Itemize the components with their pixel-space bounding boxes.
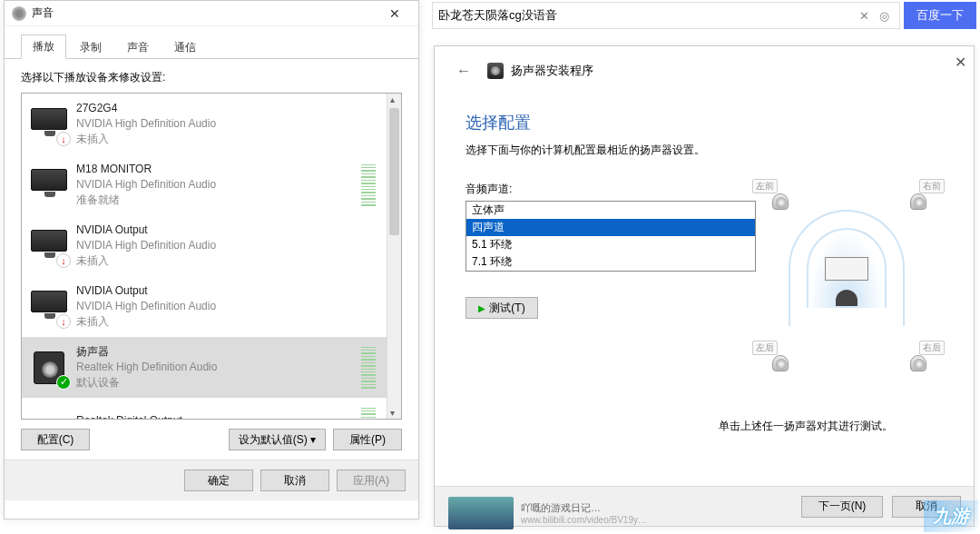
speaker-icon: ✓ xyxy=(29,348,69,388)
speaker-rear-right[interactable] xyxy=(910,355,926,371)
device-status: 准备就绪 xyxy=(76,193,361,208)
level-meter-icon xyxy=(361,164,376,206)
device-status: 默认设备 xyxy=(76,375,361,391)
clear-icon[interactable]: ✕ xyxy=(854,9,874,23)
config-heading: 选择配置 xyxy=(466,112,943,134)
next-button[interactable]: 下一页(N) xyxy=(801,496,883,518)
monitor-icon xyxy=(29,165,69,205)
search-result-fragment[interactable]: 吖嘅的游戏日记… www.bilibili.com/video/BV19y… xyxy=(448,494,647,532)
video-thumbnail[interactable] xyxy=(448,497,514,529)
search-input[interactable] xyxy=(438,9,854,23)
desk-icon xyxy=(825,257,868,281)
device-driver: NVIDIA High Definition Audio xyxy=(76,299,379,314)
device-name: M18 MONITOR xyxy=(76,162,361,177)
device-name: NVIDIA Output xyxy=(76,283,379,299)
monitor-icon: ↓ xyxy=(29,104,69,144)
speaker-setup-dialog: ✕ ← 扬声器安装程序 选择配置 选择下面与你的计算机配置最相近的扬声器设置。 … xyxy=(434,45,975,527)
unplugged-badge-icon: ↓ xyxy=(56,314,71,329)
device-item[interactable]: ✓扬声器Realtek High Definition Audio默认设备 xyxy=(22,337,387,398)
monitor-icon: ↓ xyxy=(29,287,69,327)
tabstrip: 播放 录制 声音 通信 xyxy=(5,26,418,59)
tab-communications[interactable]: 通信 xyxy=(162,35,208,59)
device-item[interactable]: ↓NVIDIA OutputNVIDIA High Definition Aud… xyxy=(22,276,387,337)
config-description: 选择下面与你的计算机配置最相近的扬声器设置。 xyxy=(466,143,943,158)
dialog-footer: 确定 取消 应用(A) xyxy=(5,460,418,500)
device-driver: NVIDIA High Definition Audio xyxy=(76,177,361,193)
speaker-rear-left[interactable] xyxy=(772,355,789,371)
channel-option[interactable]: 5.1 环绕 xyxy=(466,236,755,253)
channel-list[interactable]: 立体声四声道5.1 环绕7.1 环绕 xyxy=(466,201,756,272)
result-url: www.bilibili.com/video/BV19y… xyxy=(521,515,647,525)
device-name: 扬声器 xyxy=(76,344,361,360)
cancel-button[interactable]: 取消 xyxy=(260,470,329,491)
speaker-front-left[interactable] xyxy=(772,193,789,210)
tag-rear-right: 右后 xyxy=(919,341,945,355)
device-status: 未插入 xyxy=(76,132,379,147)
device-name: NVIDIA Output xyxy=(76,222,379,238)
wizard-title: 扬声器安装程序 xyxy=(511,63,593,79)
instruction-text: 选择以下播放设备来修改设置: xyxy=(21,70,402,85)
tab-recording[interactable]: 录制 xyxy=(68,35,113,59)
unplugged-badge-icon: ↓ xyxy=(56,132,71,146)
back-icon[interactable]: ← xyxy=(456,63,471,79)
tab-playback[interactable]: 播放 xyxy=(21,35,66,59)
tag-front-left: 左前 xyxy=(752,179,778,193)
titlebar: 声音 ✕ xyxy=(5,1,418,26)
tab-sounds[interactable]: 声音 xyxy=(115,35,161,59)
monitor-icon: ↓ xyxy=(29,226,69,266)
sound-icon xyxy=(12,6,26,21)
search-box[interactable]: ✕ ◎ xyxy=(432,2,900,29)
speaker-icon xyxy=(487,63,504,79)
test-button[interactable]: ▶测试(T) xyxy=(466,297,538,319)
search-bar: ✕ ◎ 百度一下 配置 xyxy=(432,2,976,29)
close-icon[interactable]: ✕ xyxy=(955,54,966,71)
scrollbar[interactable] xyxy=(387,94,401,419)
device-item[interactable]: Realtek Digital OutputRealtek High Defin… xyxy=(22,398,387,419)
level-meter-icon xyxy=(361,347,376,389)
search-button[interactable]: 百度一下 xyxy=(904,2,976,29)
digital-icon xyxy=(29,409,69,420)
speaker-front-right[interactable] xyxy=(910,193,926,210)
person-icon xyxy=(836,290,858,306)
play-icon: ▶ xyxy=(478,303,485,313)
device-item[interactable]: ↓NVIDIA OutputNVIDIA High Definition Aud… xyxy=(22,215,387,276)
tag-rear-left: 左后 xyxy=(752,341,778,355)
apply-button[interactable]: 应用(A) xyxy=(337,470,406,491)
device-name: 27G2G4 xyxy=(76,101,379,116)
ok-button[interactable]: 确定 xyxy=(184,470,253,491)
channel-option[interactable]: 立体声 xyxy=(466,202,755,219)
camera-icon[interactable]: ◎ xyxy=(874,9,894,23)
set-default-button[interactable]: 设为默认值(S) ▾ xyxy=(229,429,326,450)
brand-watermark: 九游 xyxy=(924,500,978,532)
device-driver: Realtek High Definition Audio xyxy=(76,360,361,375)
device-name: Realtek Digital Output xyxy=(76,413,361,419)
dialog-title: 声音 xyxy=(32,5,377,21)
device-item[interactable]: ↓27G2G4NVIDIA High Definition Audio未插入 xyxy=(22,94,387,154)
device-item[interactable]: M18 MONITORNVIDIA High Definition Audio准… xyxy=(22,154,387,215)
channel-option[interactable]: 7.1 环绕 xyxy=(466,253,755,271)
sound-dialog: 声音 ✕ 播放 录制 声音 通信 选择以下播放设备来修改设置: ↓27G2G4N… xyxy=(4,0,419,519)
device-status: 未插入 xyxy=(76,314,379,330)
unplugged-badge-icon: ↓ xyxy=(56,253,71,268)
close-icon[interactable]: ✕ xyxy=(377,6,413,21)
diagram-hint: 单击上述任一扬声器对其进行测试。 xyxy=(665,419,946,434)
level-meter-icon xyxy=(361,408,376,420)
default-badge-icon: ✓ xyxy=(56,375,71,390)
device-list: ↓27G2G4NVIDIA High Definition Audio未插入M1… xyxy=(21,93,402,420)
tag-front-right: 右前 xyxy=(919,179,945,193)
device-driver: NVIDIA High Definition Audio xyxy=(76,116,379,132)
device-status: 未插入 xyxy=(76,253,379,269)
device-driver: NVIDIA High Definition Audio xyxy=(76,238,379,253)
configure-button[interactable]: 配置(C) xyxy=(21,429,90,450)
result-title: 吖嘅的游戏日记… xyxy=(521,501,647,515)
wizard-header: ← 扬声器安装程序 xyxy=(435,46,974,86)
speaker-diagram: 左前 右前 左后 右后 xyxy=(747,173,946,391)
properties-button[interactable]: 属性(P) xyxy=(333,429,402,450)
channel-option[interactable]: 四声道 xyxy=(466,219,755,236)
